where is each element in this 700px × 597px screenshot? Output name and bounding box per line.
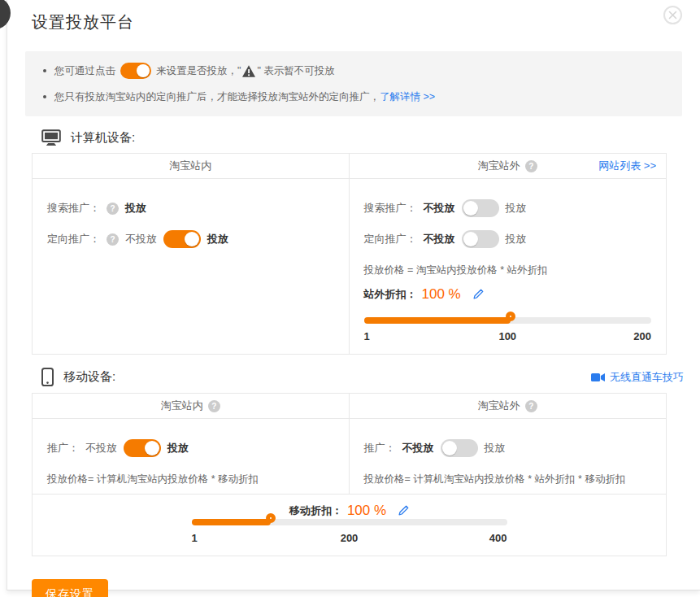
edit-pencil-icon[interactable] [472, 289, 484, 300]
status-on-label: 投放 [506, 229, 527, 249]
scale-min: 1 [192, 532, 198, 544]
mobile-offsite-toggle[interactable] [441, 439, 478, 457]
status-on-label: 投放 [506, 198, 527, 218]
toggle-knob[interactable] [463, 201, 478, 216]
search-promo-offsite-toggle[interactable] [462, 199, 499, 217]
row-label: 推广： [47, 438, 79, 458]
header-label: 淘宝站内 [161, 399, 203, 413]
status-off-label: 不投放 [424, 198, 455, 218]
toggle-knob[interactable] [145, 441, 159, 455]
status-off-label: 不投放 [85, 438, 117, 458]
example-toggle-wrap [115, 63, 156, 79]
scale-max: 400 [489, 532, 507, 544]
computer-section-heading: 计算机设备: [41, 129, 682, 146]
mobile-onsite-price-formula: 投放价格= 计算机淘宝站内投放价格 * 移动折扣 [47, 471, 334, 487]
target-promo-row-offsite: 定向推广： 不投放 投放 [364, 229, 652, 249]
row-label: 推广： [364, 438, 396, 458]
computer-icon [41, 129, 61, 146]
notice-box: 您可通过点击 来设置是否投放，" " 表示暂不可投放 您只有投放淘宝站内的定向推… [25, 51, 682, 116]
search-promo-row-onsite: 搜索推广： 投放 [47, 198, 334, 218]
warning-icon [242, 65, 255, 77]
scale-min: 1 [364, 330, 370, 342]
discount-value: 100 % [347, 503, 386, 519]
notice-line-1: 您可通过点击 来设置是否投放，" " 表示暂不可投放 [38, 62, 669, 80]
row-label: 搜索推广： [364, 198, 417, 218]
offsite-discount-slider-wrap: 1 100 200 [364, 317, 652, 342]
target-promo-offsite-toggle[interactable] [462, 230, 499, 248]
close-icon[interactable] [663, 6, 682, 24]
header-label: 淘宝站外 [478, 159, 520, 173]
notice-text: " 表示暂不可投放 [257, 62, 334, 80]
mobile-discount-row: 移动折扣： 100 % 1 200 400 [33, 494, 666, 556]
target-promo-row-onsite: 定向推广： 不投放 投放 [47, 229, 334, 249]
mobile-table-body: 推广： 不投放 投放 投放价格= 计算机淘宝站内投放价格 * 移动折扣 推广： … [33, 419, 666, 494]
header-label: 淘宝站内 [169, 159, 211, 173]
mobile-section-heading: 移动设备: 无线直通车技巧 [41, 368, 682, 386]
scale-mid: 200 [341, 532, 359, 544]
mobile-offsite-cell: 推广： 不投放 投放 投放价格= 计算机淘宝站内投放价格 * 站外折扣 * 移动… [350, 419, 667, 494]
computer-table-body: 搜索推广： 投放 定向推广： 不投放 投放 搜索推广： 不投放 投放 [33, 179, 666, 354]
help-icon[interactable] [208, 400, 220, 412]
header-taobao-offsite: 淘宝站外 [350, 394, 667, 418]
edit-pencil-icon[interactable] [398, 505, 409, 516]
offsite-discount-line: 站外折扣： 100 % [364, 286, 652, 303]
video-icon [591, 373, 605, 382]
row-label: 搜索推广： [47, 198, 100, 218]
mobile-onsite-cell: 推广： 不投放 投放 投放价格= 计算机淘宝站内投放价格 * 移动折扣 [33, 419, 350, 494]
save-settings-button[interactable]: 保存设置 [32, 579, 108, 597]
website-list-link[interactable]: 网站列表 >> [598, 154, 656, 178]
row-label: 定向推广： [47, 229, 100, 249]
computer-onsite-cell: 搜索推广： 投放 定向推广： 不投放 投放 [33, 179, 350, 354]
mobile-table: 淘宝站内 淘宝站外 推广： 不投放 投放 投放价格= 计算机淘宝站内投放价格 *… [32, 393, 667, 556]
toggle-knob [137, 64, 150, 77]
status-off-label: 不投放 [125, 229, 157, 249]
scale-mid: 100 [498, 330, 516, 342]
toggle-knob[interactable] [442, 441, 457, 455]
help-icon[interactable] [107, 233, 119, 246]
toggle-knob[interactable] [185, 232, 199, 246]
learn-more-link[interactable]: 了解详情 >> [380, 88, 435, 106]
status-off-label: 不投放 [424, 229, 455, 249]
mobile-discount-line: 移动折扣： 100 % [33, 503, 666, 519]
row-label: 定向推广： [364, 229, 417, 249]
computer-table-header: 淘宝站内 淘宝站外 网站列表 >> [33, 154, 666, 179]
mobile-onsite-toggle[interactable] [124, 439, 161, 457]
notice-line-2: 您只有投放淘宝站内的定向推广后，才能选择投放淘宝站外的定向推广， 了解详情 >> [38, 88, 669, 106]
section-title: 移动设备: [63, 369, 115, 385]
scale-max: 200 [633, 330, 651, 342]
header-taobao-onsite: 淘宝站内 [33, 154, 350, 178]
notice-text: 来设置是否投放，" [156, 62, 241, 80]
slider-thumb[interactable] [266, 513, 276, 523]
toggle-knob[interactable] [463, 232, 478, 246]
mobile-discount-slider[interactable] [192, 519, 507, 525]
help-icon[interactable] [525, 160, 537, 172]
promo-row-mobile-onsite: 推广： 不投放 投放 [47, 438, 334, 458]
bullet-icon [43, 95, 46, 98]
target-promo-onsite-toggle[interactable] [163, 230, 201, 248]
offsite-price-formula: 投放价格 = 淘宝站内投放价格 * 站外折扣 [364, 262, 652, 278]
wireless-tips-link[interactable]: 无线直通车技巧 [591, 370, 684, 385]
status-on-label: 投放 [167, 438, 189, 458]
header-taobao-onsite: 淘宝站内 [33, 394, 350, 418]
page-title: 设置投放平台 [32, 11, 682, 33]
bullet-icon [43, 69, 46, 72]
header-label: 淘宝站外 [478, 399, 520, 413]
computer-table: 淘宝站内 淘宝站外 网站列表 >> 搜索推广： 投放 定向推广： 不投放 [32, 153, 667, 355]
discount-label: 站外折扣： [364, 287, 417, 302]
computer-offsite-cell: 搜索推广： 不投放 投放 定向推广： 不投放 投放 投放价格 = 淘宝站内投放价… [350, 179, 667, 354]
notice-text: 您可通过点击 [54, 62, 115, 80]
slider-scale: 1 200 400 [192, 532, 507, 544]
example-toggle [120, 63, 151, 79]
search-promo-row-offsite: 搜索推广： 不投放 投放 [364, 198, 652, 218]
offsite-discount-slider[interactable] [364, 317, 652, 324]
discount-value: 100 % [422, 286, 461, 303]
help-icon[interactable] [107, 203, 119, 215]
link-label: 无线直通车技巧 [610, 370, 684, 385]
phone-icon [41, 368, 54, 386]
help-icon[interactable] [525, 400, 537, 412]
settings-dialog: 设置投放平台 您可通过点击 来设置是否投放，" " 表示暂不可投放 您只有投放淘… [7, 0, 700, 590]
mobile-discount-slider-wrap: 1 200 400 [192, 519, 507, 544]
header-taobao-offsite: 淘宝站外 网站列表 >> [350, 154, 667, 178]
status-on-label: 投放 [207, 229, 228, 249]
slider-thumb[interactable] [506, 312, 515, 321]
